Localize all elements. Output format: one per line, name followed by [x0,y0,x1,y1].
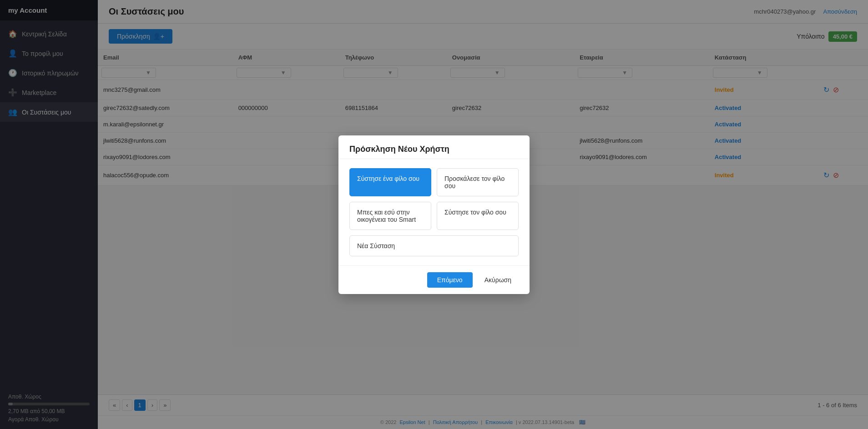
modal-next-button[interactable]: Επόμενο [427,272,473,288]
modal-body: Σύστησε ένα φίλο σουΠροσκάλεσε τον φίλο … [338,159,530,265]
modal-option-suggest-friend[interactable]: Σύστησε ένα φίλο σου [349,168,431,196]
modal-cancel-button[interactable]: Ακύρωση [477,272,519,288]
modal-overlay[interactable]: Πρόσκληση Νέου Χρήστη Σύστησε ένα φίλο σ… [0,0,868,429]
modal-option-join-family[interactable]: Μπες και εσύ στην οικογένεια του Smart [349,202,431,230]
modal-footer: Επόμενο Ακύρωση [338,265,530,294]
modal: Πρόσκληση Νέου Χρήστη Σύστησε ένα φίλο σ… [338,135,530,294]
modal-option-suggest-friend-2[interactable]: Σύστησε τον φίλο σου [437,202,519,230]
modal-title: Πρόσκληση Νέου Χρήστη [338,135,530,159]
modal-option-invite-friend[interactable]: Προσκάλεσε τον φίλο σου [437,168,519,196]
modal-option-new-suggestion[interactable]: Νέα Σύσταση [349,235,519,256]
